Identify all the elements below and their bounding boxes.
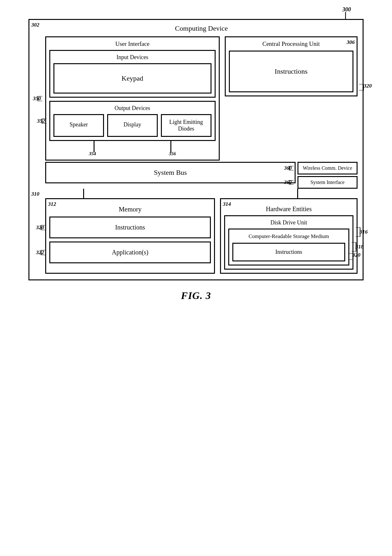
keypad-box: Keypad (53, 63, 211, 94)
memory-title: Memory (49, 205, 211, 213)
ref-302-label: 302 (31, 22, 40, 28)
memory-instructions-box: Instructions (49, 217, 211, 238)
cpu-title: Central Processing Unit (229, 40, 353, 47)
display-box: Display (107, 114, 158, 137)
wireless-comm-box: Wireless Comm. Device (297, 162, 358, 174)
hdd-instructions-box: Instructions (232, 243, 345, 261)
ref-306-label: 306 (347, 39, 355, 46)
applications-box: Application(s) (49, 241, 211, 263)
system-bus-box: System Bus (45, 162, 296, 183)
ref-312-label: 312 (48, 201, 56, 207)
hardware-entities-title: Hardware Entities (224, 205, 353, 213)
computing-device-title: Computing Device (45, 24, 358, 33)
cpu-inner-box: Instructions (229, 51, 353, 92)
ref-310-label: 310 (31, 191, 40, 197)
storage-medium-text: Computer-Readable Storage Medium (232, 233, 345, 240)
output-devices-title: Output Devices (53, 105, 211, 112)
ui-title: User Interface (49, 40, 216, 47)
speaker-box: Speaker (53, 114, 104, 137)
led-box: Light Emitting Diodes (161, 114, 211, 137)
figure-caption: FIG. 3 (181, 290, 211, 302)
ref-314-label: 314 (223, 201, 231, 207)
sys-interface-box: System Interface (297, 176, 358, 189)
disk-drive-title: Disk Drive Unit (228, 219, 349, 226)
input-devices-title: Input Devices (53, 54, 211, 61)
